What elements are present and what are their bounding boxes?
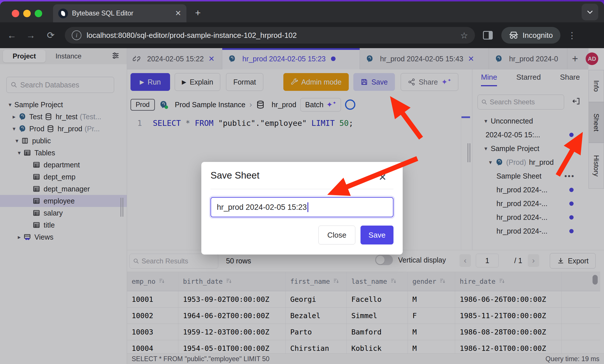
browser-tabstrip: Bytebase SQL Editor ✕ +: [0, 1, 604, 22]
traffic-light-zoom-icon[interactable]: [35, 10, 42, 17]
screenshot-stage: Bytebase SQL Editor ✕ + ← → ⟳ i localhos…: [0, 0, 604, 364]
sheet-name-input[interactable]: hr_prod 2024-02-05 15:23: [211, 197, 393, 217]
incognito-badge: Incognito: [501, 27, 560, 44]
url-bar[interactable]: i localhost:8080/sql-editor/prod-sample-…: [65, 27, 475, 44]
tab-close-icon[interactable]: ✕: [175, 9, 181, 18]
dialog-close-icon[interactable]: ✕: [379, 172, 387, 182]
incognito-label: Incognito: [523, 31, 553, 40]
bookmark-star-icon[interactable]: ☆: [460, 30, 468, 40]
close-button[interactable]: Close: [318, 226, 355, 244]
browser-tab[interactable]: Bytebase SQL Editor ✕: [53, 4, 186, 22]
new-tab-button[interactable]: +: [195, 8, 201, 17]
browser-navbar: ← → ⟳ i localhost:8080/sql-editor/prod-s…: [0, 22, 604, 48]
incognito-icon: [509, 32, 519, 39]
site-info-icon[interactable]: i: [72, 30, 81, 40]
side-panel-icon[interactable]: [483, 31, 493, 40]
text-cursor: [307, 202, 308, 212]
browser-chrome: Bytebase SQL Editor ✕ + ← → ⟳ i localhos…: [0, 1, 604, 48]
chevron-down-icon: [586, 8, 594, 16]
save-sheet-dialog: Save Sheet ✕ hr_prod 2024-02-05 15:23 Cl…: [201, 162, 403, 255]
forward-button[interactable]: →: [24, 30, 37, 41]
url-text: localhost:8080/sql-editor/prod-sample-in…: [87, 31, 455, 40]
dialog-divider: [211, 189, 393, 189]
browser-tab-title: Bytebase SQL Editor: [72, 9, 171, 17]
back-button[interactable]: ←: [5, 30, 18, 41]
dialog-title: Save Sheet: [211, 170, 260, 181]
browser-menu-icon[interactable]: ⋮: [568, 30, 576, 40]
reload-button[interactable]: ⟳: [44, 30, 57, 41]
traffic-light-close-icon[interactable]: [12, 10, 19, 17]
bytebase-favicon-icon: [58, 9, 68, 18]
tab-search-button[interactable]: [582, 4, 598, 20]
traffic-light-minimize-icon[interactable]: [23, 10, 31, 17]
save-button[interactable]: Save: [361, 226, 393, 244]
